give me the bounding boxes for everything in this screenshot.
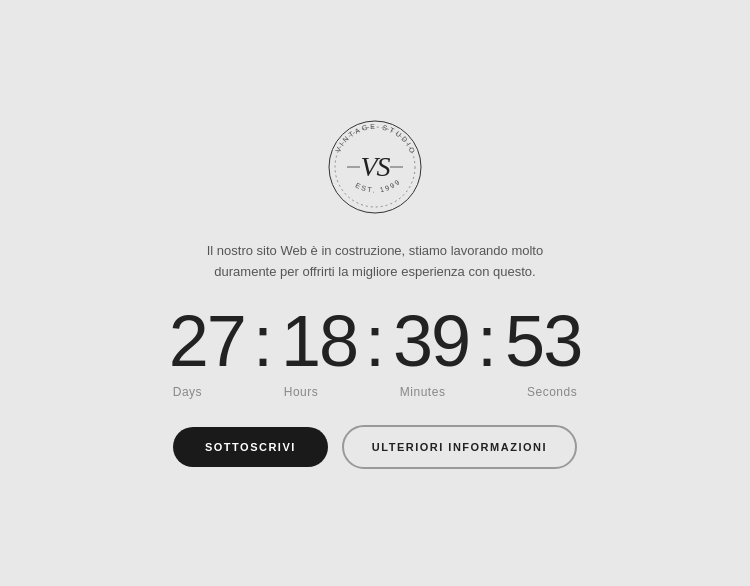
main-container: VINTAGE STUDIO EST. 1999 VS Il nostro si… <box>169 117 581 469</box>
countdown-hours: 18 <box>281 305 357 377</box>
label-minutes: Minutes <box>400 385 446 399</box>
button-group: SOTTOSCRIVI ULTERIORI INFORMAZIONI <box>173 425 577 469</box>
subscribe-button[interactable]: SOTTOSCRIVI <box>173 427 328 467</box>
label-hours: Hours <box>284 385 319 399</box>
label-seconds: Seconds <box>527 385 577 399</box>
more-info-button[interactable]: ULTERIORI INFORMAZIONI <box>342 425 577 469</box>
countdown-minutes: 39 <box>393 305 469 377</box>
logo-circle: VINTAGE STUDIO EST. 1999 VS <box>325 117 425 217</box>
countdown-seconds-unit: 53 <box>505 305 581 377</box>
separator-3: : <box>477 305 497 377</box>
countdown-display: 27 : 18 : 39 : 53 <box>169 305 581 377</box>
countdown-hours-unit: 18 <box>281 305 357 377</box>
countdown-minutes-unit: 39 <box>393 305 469 377</box>
separator-1: : <box>253 305 273 377</box>
separator-2: : <box>365 305 385 377</box>
countdown-days-unit: 27 <box>169 305 245 377</box>
countdown-days: 27 <box>169 305 245 377</box>
tagline-text: Il nostro sito Web è in costruzione, sti… <box>205 241 545 283</box>
countdown-labels: Days Hours Minutes Seconds <box>169 385 581 399</box>
label-days: Days <box>173 385 202 399</box>
logo-vs-text: VS <box>360 151 389 183</box>
logo-wrapper: VINTAGE STUDIO EST. 1999 VS <box>325 117 425 217</box>
countdown-seconds: 53 <box>505 305 581 377</box>
